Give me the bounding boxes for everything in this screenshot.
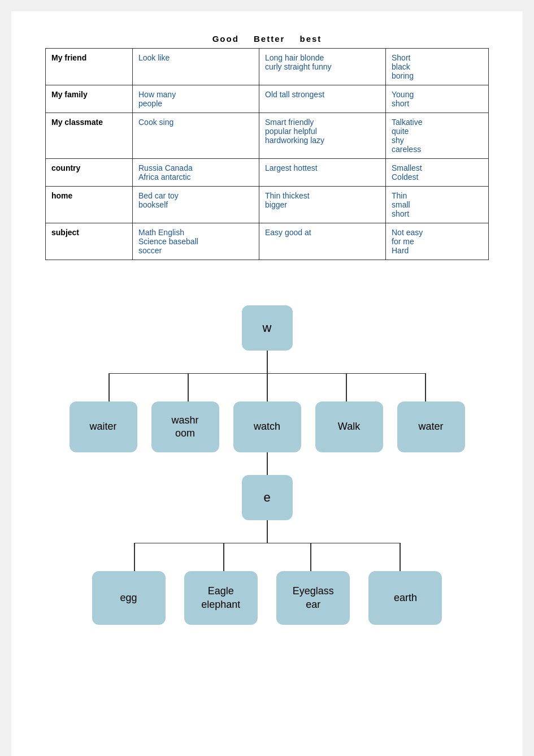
w-child-waiter: waiter [70,401,137,475]
table-col2: How many people [133,85,259,113]
w-branch-lines [70,373,465,401]
table-row: My classmateCook singSmart friendly popu… [46,113,489,159]
table-col2: Russia Canada Africa antarctic [133,159,259,187]
table-col2: Bed car toy bookself [133,187,259,223]
e-root-node: e [242,475,293,520]
table-col4: Not easy for me Hard [386,223,489,260]
table-category: My classmate [46,113,133,159]
header-good: Good [212,34,239,44]
table-row: homeBed car toy bookselfThin thickest bi… [46,187,489,223]
w-child-walk: Walk [315,401,383,475]
e-child-egg: egg [92,571,166,625]
table-category: My friend [46,49,133,85]
table-category: country [46,159,133,187]
table-col3: Old tall strongest [259,85,386,113]
table-col4: Talkative quite shy careless [386,113,489,159]
table-col3: Long hair blonde curly straight funny [259,49,386,85]
header-best: best [300,34,322,44]
table-row: My familyHow many peopleOld tall stronge… [46,85,489,113]
e-children: egg Eagle elephant Eyeglass ear earth [92,571,442,625]
comparison-table: My friendLook likeLong hair blonde curly… [45,48,489,260]
table-col2: Cook sing [133,113,259,159]
e-child-eagle: Eagle elephant [184,571,258,625]
table-col4: Young short [386,85,489,113]
table-category: subject [46,223,133,260]
e-branch-lines [92,543,442,571]
tree-diagram: w waiter washr oom [45,294,489,625]
w-root-node: w [242,305,293,351]
page: Good Better best My friendLook likeLong … [11,11,523,756]
table-row: countryRussia Canada Africa antarcticLar… [46,159,489,187]
table-col2: Look like [133,49,259,85]
table-col4: Smallest Coldest [386,159,489,187]
table-col4: Thin small short [386,187,489,223]
e-root-connector [267,520,268,543]
w-child-washroom: washr oom [151,401,219,475]
table-col4: Short black boring [386,49,489,85]
e-child-earth: earth [368,571,442,625]
table-col3: Easy good at [259,223,386,260]
e-child-eyeglass: Eyeglass ear [276,571,350,625]
table-row: My friendLook likeLong hair blonde curly… [46,49,489,85]
w-children: waiter washr oom watch Walk water [70,401,465,475]
table-row: subjectMath English Science baseball soc… [46,223,489,260]
table-col3: Thin thickest bigger [259,187,386,223]
w-child-water: water [397,401,465,475]
w-child-watch: watch [233,401,301,475]
header-better: Better [254,34,285,44]
table-category: home [46,187,133,223]
table-category: My family [46,85,133,113]
e-tree: e egg Eagle elephant Eyeglas [92,475,442,625]
table-col2: Math English Science baseball soccer [133,223,259,260]
table-col3: Largest hottest [259,159,386,187]
table-header: Good Better best [45,34,489,44]
w-tree: w waiter washr oom [70,305,465,475]
w-root-connector [267,351,268,373]
watch-to-e-connector [267,452,268,475]
table-col3: Smart friendly popular helpful hardworki… [259,113,386,159]
